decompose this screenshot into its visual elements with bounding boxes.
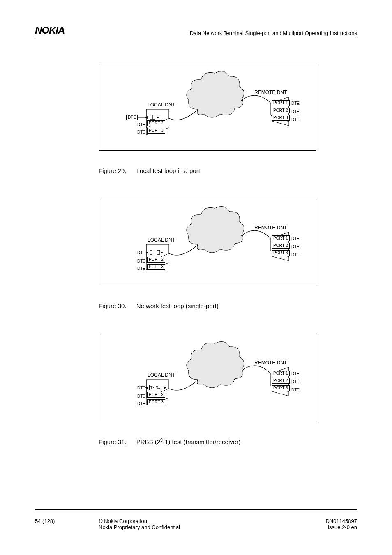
local-dte-1: DTE (137, 386, 145, 390)
remote-port1: PORT 1 (272, 235, 290, 241)
doc-number: DN01145897 (325, 518, 357, 524)
svg-marker-6 (164, 387, 166, 389)
remote-port3: PORT 3 (272, 385, 290, 391)
svg-marker-4 (161, 251, 163, 254)
local-dnt-label: LOCAL DNT (148, 102, 175, 108)
txrx-box: Tx Rx (149, 385, 161, 390)
figure-29-diagram: LOCAL DNT REMOTE DNT DTE PORT 2 PORT 3 D… (99, 64, 316, 151)
local-dte-2: DTE (137, 122, 145, 127)
local-dte-3: DTE (137, 130, 145, 134)
local-dnt-label: LOCAL DNT (148, 372, 175, 378)
footer-rule (35, 509, 357, 510)
figure-30-diagram: LOCAL DNT REMOTE DNT DTE PORT 2 PORT 3 D… (99, 199, 316, 286)
remote-dte-3: DTE (291, 388, 300, 392)
figure-31-text-post: -1) test (transmitter/receiver) (163, 438, 240, 445)
local-port3: PORT 3 (147, 128, 165, 134)
local-port2: PORT 2 (147, 120, 165, 126)
remote-dte-2: DTE (291, 380, 300, 384)
local-dte-2: DTE (137, 259, 145, 263)
figure-31-text-pre: PRBS (2 (136, 438, 160, 445)
figure-30-num: Figure 30. (99, 302, 127, 309)
page-header: NOKIA Data Network Terminal Single-port … (35, 25, 357, 39)
copyright: © Nokia Corporation (99, 518, 180, 524)
main-content: LOCAL DNT REMOTE DNT DTE PORT 2 PORT 3 D… (99, 64, 316, 470)
figure-31-num: Figure 31. (99, 438, 127, 445)
remote-dnt-label: REMOTE DNT (254, 90, 287, 95)
doc-title: Data Network Terminal Single-port and Mu… (190, 30, 357, 36)
dte-box: DTE (126, 115, 138, 120)
local-dte-2: DTE (137, 394, 145, 398)
remote-dnt-label: REMOTE DNT (254, 360, 287, 366)
local-port2: PORT 2 (147, 392, 165, 398)
remote-dte-2: DTE (291, 244, 300, 249)
remote-dte-2: DTE (291, 109, 300, 114)
remote-dte-1: DTE (291, 236, 300, 241)
remote-dnt-label: REMOTE DNT (254, 225, 287, 230)
remote-dte-1: DTE (291, 101, 300, 106)
figure-30-caption: Figure 30. Network test loop (single-por… (99, 302, 316, 309)
page-number: 54 (128) (35, 518, 55, 530)
svg-marker-2 (157, 116, 159, 119)
figure-30-text: Network test loop (single-port) (136, 302, 219, 309)
figure-31-caption: Figure 31. PRBS (29-1) test (transmitter… (99, 438, 316, 445)
figure-29-text: Local test loop in a port (136, 167, 200, 174)
figure-29-caption: Figure 29. Local test loop in a port (99, 167, 316, 174)
page-footer: 54 (128) © Nokia Corporation Nokia Propr… (35, 518, 357, 530)
local-port2: PORT 2 (147, 257, 165, 263)
remote-port1: PORT 1 (272, 371, 290, 376)
remote-dte-3: DTE (291, 253, 300, 257)
figure-31-diagram: LOCAL DNT REMOTE DNT DTE Tx Rx PORT 2 PO… (99, 334, 316, 421)
local-dte-3: DTE (137, 401, 145, 406)
remote-port2: PORT 2 (272, 243, 290, 249)
confidential: Nokia Proprietary and Confidential (99, 524, 180, 530)
local-port3: PORT 3 (147, 264, 165, 270)
remote-port1: PORT 1 (272, 100, 290, 106)
remote-port2: PORT 2 (272, 108, 290, 113)
remote-port2: PORT 2 (272, 378, 290, 384)
local-dte-3: DTE (137, 266, 145, 271)
remote-port3: PORT 3 (272, 115, 290, 121)
figure-29-num: Figure 29. (99, 167, 127, 174)
issue: Issue 2-0 en (325, 524, 357, 530)
local-dte-1: DTE (137, 251, 145, 255)
local-port3: PORT 3 (147, 399, 165, 405)
local-dnt-label: LOCAL DNT (148, 237, 175, 243)
remote-port3: PORT 3 (272, 250, 290, 256)
brand-logo: NOKIA (35, 25, 65, 36)
remote-dte-3: DTE (291, 117, 300, 122)
remote-dte-1: DTE (291, 371, 300, 376)
